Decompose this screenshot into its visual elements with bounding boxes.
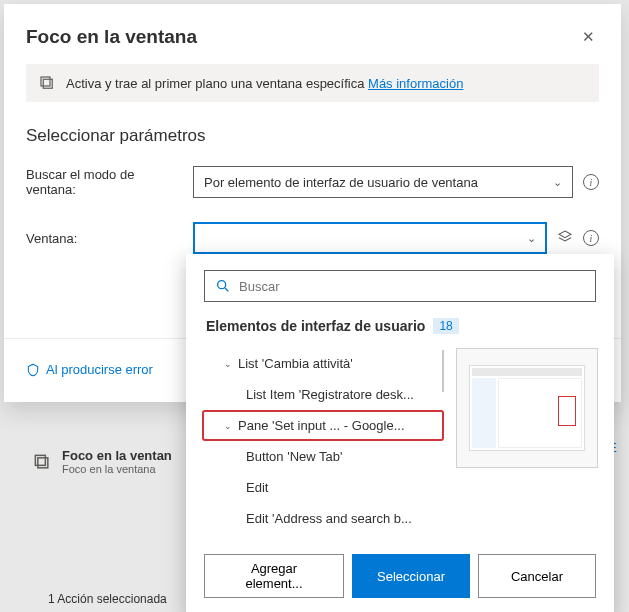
preview-thumbnail <box>456 348 598 468</box>
info-text: Activa y trae al primer plano una ventan… <box>66 76 368 91</box>
close-button[interactable]: ✕ <box>578 24 599 50</box>
dialog-title: Foco en la ventana <box>26 26 197 48</box>
chevron-down-icon: ⌄ <box>527 232 536 245</box>
svg-rect-3 <box>41 77 50 86</box>
on-error-label: Al producirse error <box>46 362 153 377</box>
count-badge: 18 <box>433 318 458 334</box>
chevron-down-icon: ⌄ <box>553 176 562 189</box>
chevron-down-icon: ⌄ <box>224 359 232 369</box>
svg-rect-0 <box>38 457 48 467</box>
find-mode-value: Por elemento de interfaz de usuario de v… <box>204 175 478 190</box>
ui-element-dropdown: Elementos de interfaz de usuario 18 ⌄ Li… <box>186 254 614 612</box>
info-icon[interactable]: i <box>583 230 599 246</box>
svg-point-5 <box>218 281 226 289</box>
tree-label: Button 'New Tab' <box>246 449 343 464</box>
section-title: Seleccionar parámetros <box>4 122 621 166</box>
tree-item-listitem[interactable]: List Item 'Registratore desk... <box>202 379 444 410</box>
bg-step-row: Foco en la ventan Foco en la ventana <box>32 448 172 475</box>
dropdown-cancel-button[interactable]: Cancelar <box>478 554 596 598</box>
bg-step-sub: Foco en la ventana <box>62 463 172 475</box>
bg-step-title: Foco en la ventan <box>62 448 172 463</box>
more-info-link[interactable]: Más información <box>368 76 463 91</box>
status-bar-text: 1 Acción seleccionada <box>48 592 167 606</box>
find-mode-label: Buscar el modo de ventana: <box>26 167 181 197</box>
search-box[interactable] <box>204 270 596 302</box>
svg-marker-4 <box>559 231 571 238</box>
tree-label: List 'Cambia attività' <box>238 356 353 371</box>
svg-rect-1 <box>35 455 45 465</box>
info-icon[interactable]: i <box>583 174 599 190</box>
copy-icon <box>32 452 52 472</box>
tree-item-edit-address[interactable]: Edit 'Address and search b... <box>202 503 444 534</box>
window-icon <box>38 74 56 92</box>
tree-item-edit[interactable]: Edit <box>202 472 444 503</box>
on-error-link[interactable]: Al producirse error <box>26 362 153 377</box>
tree-label: Pane 'Set input ... - Google... <box>238 418 405 433</box>
tree-label: Edit 'Address and search b... <box>246 511 412 526</box>
tree-label: Edit <box>246 480 268 495</box>
search-input[interactable] <box>239 279 585 294</box>
dropdown-heading: Elementos de interfaz de usuario <box>206 318 425 334</box>
tree-item-pane-selected[interactable]: ⌄ Pane 'Set input ... - Google... <box>202 410 444 441</box>
ui-element-tree: ⌄ List 'Cambia attività' List Item 'Regi… <box>202 348 444 534</box>
window-label: Ventana: <box>26 231 181 246</box>
chevron-down-icon: ⌄ <box>224 421 232 431</box>
find-mode-select[interactable]: Por elemento de interfaz de usuario de v… <box>193 166 573 198</box>
window-select[interactable]: ⌄ <box>193 222 547 254</box>
tree-item-button[interactable]: Button 'New Tab' <box>202 441 444 472</box>
layers-icon[interactable] <box>557 229 573 248</box>
tree-label: List Item 'Registratore desk... <box>246 387 414 402</box>
tree-item-list[interactable]: ⌄ List 'Cambia attività' <box>202 348 444 379</box>
info-banner: Activa y trae al primer plano una ventan… <box>26 64 599 102</box>
scrollbar[interactable] <box>442 350 444 392</box>
add-element-button[interactable]: Agregar element... <box>204 554 344 598</box>
search-icon <box>215 278 231 294</box>
svg-line-6 <box>225 288 228 291</box>
select-button[interactable]: Seleccionar <box>352 554 470 598</box>
svg-rect-2 <box>43 79 52 88</box>
shield-icon <box>26 363 40 377</box>
